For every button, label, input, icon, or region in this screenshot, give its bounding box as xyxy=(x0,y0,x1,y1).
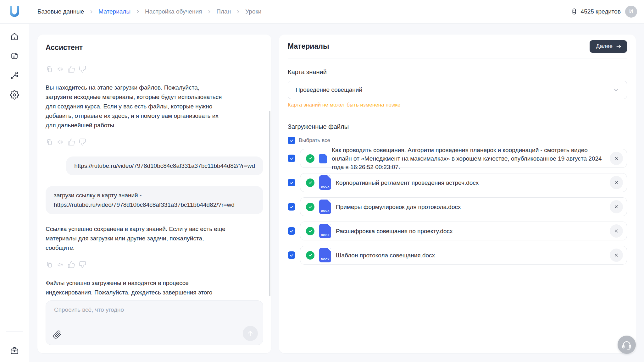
remove-file-button[interactable] xyxy=(610,249,623,262)
docx-badge: DOCX xyxy=(319,209,331,212)
docx-file-icon: DOCX xyxy=(319,248,331,262)
documents-icon[interactable] xyxy=(9,50,20,62)
message-actions-row xyxy=(46,261,263,268)
materials-panel: Материалы Далее Карта знаний Проведение … xyxy=(279,35,636,353)
copy-icon[interactable] xyxy=(46,65,53,73)
docx-badge: DOCX xyxy=(319,185,331,188)
arrow-right-icon xyxy=(616,43,622,50)
remove-file-button[interactable] xyxy=(610,200,623,213)
next-button-label: Далее xyxy=(596,43,613,50)
remove-file-button[interactable] xyxy=(610,224,623,238)
support-headset-button[interactable] xyxy=(618,336,636,354)
breadcrumb-item-base-data[interactable]: Базовые данные xyxy=(37,8,84,15)
file-card: DOCX Корпоративный регламент проведения … xyxy=(300,173,627,192)
file-list: Как проводить совещания. Алгоритм провед… xyxy=(288,149,627,265)
sidebar xyxy=(0,24,29,362)
assistant-panel: Ассистент Вы находитесь на этапе загрузк… xyxy=(37,35,271,353)
knowledge-map-select[interactable]: Проведение совещаний xyxy=(288,81,627,99)
select-all-row: Выбрать все xyxy=(288,137,627,144)
thumbs-up-icon[interactable] xyxy=(68,138,75,146)
next-button[interactable]: Далее xyxy=(590,40,627,53)
briefcase-icon[interactable] xyxy=(9,345,20,356)
docx-file-icon: DOCX xyxy=(319,200,331,214)
file-checkbox[interactable] xyxy=(288,155,295,162)
materials-title: Материалы xyxy=(288,42,329,51)
file-checkbox[interactable] xyxy=(288,179,295,186)
thumbs-down-icon[interactable] xyxy=(79,138,86,146)
remove-file-button[interactable] xyxy=(610,152,623,165)
file-name: Расшифровка совещания по проекту.docx xyxy=(336,227,605,235)
message-actions-row xyxy=(46,65,263,73)
breadcrumb: Базовые данные Материалы Настройка обуче… xyxy=(37,8,261,15)
assistant-message: Ссылка успешно сохранена в карту знаний.… xyxy=(46,224,225,253)
knowledge-map-warning: Карта знаний не может быть изменена позж… xyxy=(288,102,627,108)
chat-scrollbar[interactable] xyxy=(269,111,270,296)
home-icon[interactable] xyxy=(9,31,20,42)
chevron-right-icon xyxy=(89,9,94,14)
thumbs-up-icon[interactable] xyxy=(68,261,75,268)
assistant-title: Ассистент xyxy=(37,35,271,59)
assistant-message: Файлы успешно загружены и находятся в пр… xyxy=(46,278,225,296)
docx-file-icon: DOCX xyxy=(319,175,331,190)
copy-icon[interactable] xyxy=(46,261,53,268)
breadcrumb-item-plan[interactable]: План xyxy=(216,8,231,15)
sidebar-divider xyxy=(6,332,23,332)
thumbs-up-icon[interactable] xyxy=(68,65,75,73)
file-checkbox[interactable] xyxy=(288,203,295,211)
thumbs-down-icon[interactable] xyxy=(79,261,86,268)
assistant-message: Вы находитесь на этапе загрузки файлов. … xyxy=(46,83,225,130)
check-circle-icon xyxy=(306,227,314,235)
message-actions-row xyxy=(46,138,263,146)
knowledge-map-label: Карта знаний xyxy=(288,69,627,76)
user-avatar[interactable]: И xyxy=(625,6,637,18)
file-name: Примеры формулировок для протокола.docx xyxy=(336,203,605,211)
thumbs-down-icon[interactable] xyxy=(79,65,86,73)
file-name: Корпоративный регламент проведения встре… xyxy=(336,178,605,187)
knowledge-graph-icon[interactable] xyxy=(9,70,20,81)
select-all-checkbox[interactable] xyxy=(288,137,295,144)
settings-gear-icon[interactable] xyxy=(9,89,20,101)
read-aloud-icon[interactable] xyxy=(57,261,64,268)
file-row: DOCX Расшифровка совещания по проекту.do… xyxy=(288,222,627,240)
check-circle-icon xyxy=(306,251,314,260)
headset-icon xyxy=(621,339,632,350)
file-name: Как проводить совещания. Алгоритм провед… xyxy=(332,146,605,171)
chevron-right-icon xyxy=(207,9,212,14)
copy-icon[interactable] xyxy=(46,138,53,146)
chevron-right-icon xyxy=(236,9,241,14)
chat-message-list: Вы находитесь на этапе загрузки файлов. … xyxy=(37,59,271,296)
docx-badge: DOCX xyxy=(319,258,331,261)
file-row: Как проводить совещания. Алгоритм провед… xyxy=(288,149,627,168)
topbar-right-group: 4525 кредитов И xyxy=(570,6,637,18)
file-card: DOCX Расшифровка совещания по проекту.do… xyxy=(300,222,627,240)
file-icon xyxy=(319,154,327,163)
user-message-bubble: загрузи ссылку в карту знаний - https://… xyxy=(46,186,263,214)
remove-file-button[interactable] xyxy=(610,176,623,189)
file-row: DOCX Примеры формулировок для протокола.… xyxy=(288,197,627,216)
materials-header: Материалы Далее xyxy=(288,35,627,58)
file-checkbox[interactable] xyxy=(288,227,295,235)
docx-file-icon: DOCX xyxy=(319,224,331,238)
uploaded-files-label: Загруженные файлы xyxy=(288,123,627,130)
credits-badge: 4525 кредитов xyxy=(570,8,621,15)
file-name: Шаблон протокола совещания.docx xyxy=(336,251,605,260)
breadcrumb-item-lessons[interactable]: Уроки xyxy=(245,8,261,15)
check-circle-icon xyxy=(306,178,314,187)
file-checkbox[interactable] xyxy=(288,251,295,259)
chat-input[interactable] xyxy=(54,306,241,326)
top-bar: Базовые данные Материалы Настройка обуче… xyxy=(0,0,644,24)
file-card: DOCX Примеры формулировок для протокола.… xyxy=(300,197,627,216)
send-button[interactable] xyxy=(243,326,258,341)
check-circle-icon xyxy=(306,154,314,163)
read-aloud-icon[interactable] xyxy=(57,65,64,73)
user-message-bubble: https://rutube.ru/video/7978d10bc84c8af3… xyxy=(66,156,263,175)
breadcrumb-item-training-setup[interactable]: Настройка обучения xyxy=(145,8,202,15)
file-row: DOCX Шаблон протокола совещания.docx xyxy=(288,246,627,265)
app-logo-icon[interactable] xyxy=(7,4,22,19)
chevron-down-icon xyxy=(613,87,619,93)
breadcrumb-item-materials[interactable]: Материалы xyxy=(98,8,130,15)
file-card: Как проводить совещания. Алгоритм провед… xyxy=(300,149,627,168)
attach-paperclip-icon[interactable] xyxy=(53,330,62,340)
read-aloud-icon[interactable] xyxy=(57,138,64,146)
coins-icon xyxy=(570,8,578,15)
